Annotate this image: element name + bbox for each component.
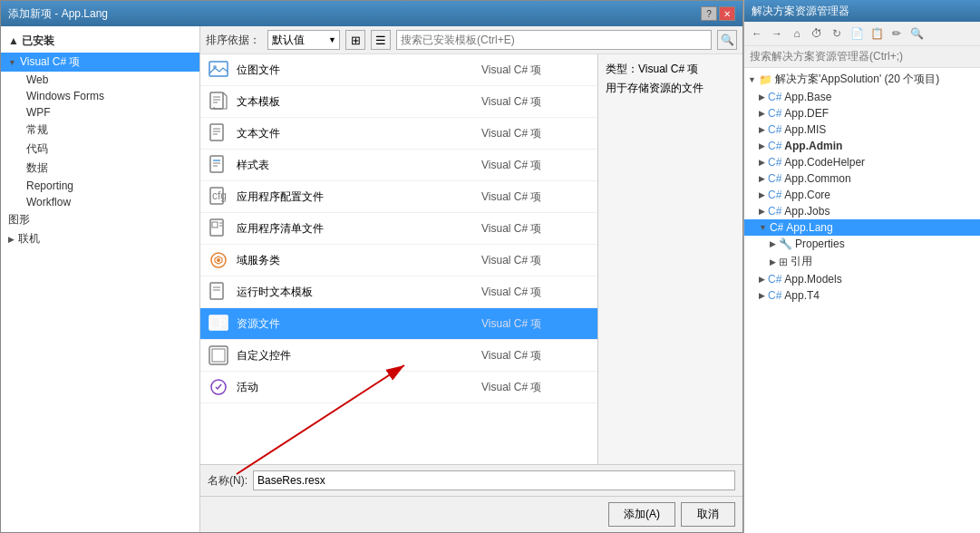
item-icon-bitmap (208, 59, 229, 81)
sol-edit-button[interactable]: ✏ (888, 24, 906, 43)
tree-item-data[interactable]: 数据 (1, 159, 199, 178)
expand-icon: ▶ (759, 207, 765, 216)
item-icon-custom-ctrl (208, 344, 229, 366)
sol-item-app-def[interactable]: ▶ C# App.DEF (744, 105, 980, 121)
sol-item-app-mis[interactable]: ▶ C# App.MIS (744, 121, 980, 138)
search-input[interactable] (396, 30, 712, 50)
sol-item-app-models[interactable]: ▶ C# App.Models (744, 271, 980, 287)
dialog-title: 添加新项 - App.Lang (8, 6, 108, 22)
items-area: 位图文件 Visual C# 项 文本模板 Visual C# 项 (200, 54, 597, 464)
properties-icon: 🔧 (779, 237, 792, 250)
tree-item-changgui[interactable]: 常规 (1, 121, 199, 140)
tree-item-code[interactable]: 代码 (1, 140, 199, 159)
item-name-bitmap: 位图文件 (237, 63, 474, 78)
tree-item-label: 常规 (26, 122, 48, 138)
sol-item-properties[interactable]: ▶ 🔧 Properties (744, 236, 980, 252)
name-input[interactable] (253, 470, 735, 490)
sol-item-label: App.Base (784, 91, 831, 103)
sol-item-label: App.T4 (784, 289, 820, 302)
item-icon-resource (208, 313, 229, 334)
item-row-text-tpl[interactable]: 文本模板 Visual C# 项 (200, 86, 597, 118)
sol-paste-button[interactable]: 📋 (868, 24, 886, 43)
sol-item-app-codehelper[interactable]: ▶ C# App.CodeHelper (744, 154, 980, 170)
expand-arrow-lianji: ▶ (8, 235, 15, 244)
sol-item-app-admin[interactable]: ▶ C# App.Admin (744, 138, 980, 154)
tree-item-reporting[interactable]: Reporting (1, 178, 199, 194)
sol-back-button[interactable]: ← (748, 24, 766, 43)
tree-item-label: 图形 (8, 212, 30, 228)
add-button[interactable]: 添加(A) (608, 502, 675, 527)
tree-item-wpf[interactable]: WPF (1, 104, 199, 121)
sol-item-label: Properties (795, 237, 845, 250)
item-name-text-tpl: 文本模板 (237, 94, 474, 110)
sol-item-app-t4[interactable]: ▶ C# App.T4 (744, 287, 980, 304)
help-button[interactable]: ? (701, 6, 717, 21)
item-name-resource: 资源文件 (237, 316, 474, 332)
item-name-domain-service: 域服务类 (237, 253, 474, 268)
app-def-icon: C# (768, 107, 781, 120)
svg-point-21 (217, 258, 220, 262)
item-icon-text-file (208, 122, 229, 144)
item-icon-activity (208, 376, 229, 398)
sol-item-app-core[interactable]: ▶ C# App.Core (744, 187, 980, 203)
tree-item-web[interactable]: Web (1, 72, 199, 88)
sol-forward-button[interactable]: → (768, 24, 786, 43)
tree-item-workflow[interactable]: Workflow (1, 194, 199, 210)
sol-copy-button[interactable]: 📄 (848, 24, 866, 43)
item-row-custom-ctrl[interactable]: 自定义控件 Visual C# 项 (200, 340, 597, 372)
item-type-domain-service: Visual C# 项 (481, 253, 590, 268)
view-grid-button[interactable]: ⊞ (345, 30, 365, 50)
item-type-activity: Visual C# 项 (481, 380, 590, 395)
tree-item-windows-forms[interactable]: Windows Forms (1, 88, 199, 104)
sol-refresh-button[interactable]: ↻ (828, 24, 846, 43)
item-row-app-manifest[interactable]: 应用程序清单文件 Visual C# 项 (200, 213, 597, 245)
sort-dropdown[interactable]: 默认值 名称 类型 (267, 30, 340, 50)
sol-item-app-common[interactable]: ▶ C# App.Common (744, 170, 980, 187)
name-label: 名称(N): (208, 473, 247, 489)
sol-title-text: 解决方案资源管理器 (752, 4, 849, 19)
item-row-text-file[interactable]: 文本文件 Visual C# 项 (200, 118, 597, 150)
search-button[interactable]: 🔍 (717, 30, 737, 50)
item-row-activity[interactable]: 活动 Visual C# 项 (200, 372, 597, 403)
tree-item-tuxing[interactable]: 图形 (1, 210, 199, 229)
sol-item-app-lang[interactable]: ▼ C# App.Lang (744, 219, 980, 236)
sort-label: 排序依据： (206, 33, 260, 48)
app-admin-icon: C# (768, 140, 781, 152)
view-list-button[interactable]: ☰ (371, 30, 391, 50)
item-row-style-sheet[interactable]: 样式表 Visual C# 项 (200, 150, 597, 181)
svg-rect-22 (210, 283, 223, 299)
sol-item-app-jobs[interactable]: ▶ C# App.Jobs (744, 203, 980, 219)
tree-item-lianji[interactable]: ▶ 联机 (1, 229, 199, 248)
item-row-runtime-tpl[interactable]: 运行时文本模板 Visual C# 项 (200, 276, 597, 308)
svg-rect-29 (212, 349, 225, 362)
item-row-domain-service[interactable]: 域服务类 Visual C# 项 (200, 245, 597, 276)
item-type-text-tpl: Visual C# 项 (481, 94, 590, 110)
expand-arrow: ▼ (8, 58, 16, 67)
sol-time-button[interactable]: ⏱ (808, 24, 826, 43)
item-row-bitmap[interactable]: 位图文件 Visual C# 项 (200, 54, 597, 86)
sol-search-button[interactable]: 🔍 (907, 24, 926, 43)
app-mis-icon: C# (768, 123, 781, 136)
tree-item-label: Workflow (26, 196, 71, 208)
item-type-runtime-tpl: Visual C# 项 (481, 285, 590, 300)
tree-item-label: Web (26, 73, 48, 86)
tree-item-visual-csharp[interactable]: ▼ Visual C# 项 (1, 53, 199, 72)
svg-rect-2 (210, 92, 223, 109)
close-button[interactable]: ✕ (719, 6, 735, 21)
item-icon-app-config: cfg (208, 186, 229, 208)
expand-icon: ▶ (759, 174, 765, 183)
item-row-app-config[interactable]: cfg 应用程序配置文件 Visual C# 项 (200, 181, 597, 213)
item-type-style-sheet: Visual C# 项 (481, 158, 590, 173)
tree-item-label: Reporting (26, 179, 73, 192)
sol-item-references[interactable]: ▶ ⊞ 引用 (744, 252, 980, 271)
sol-home-button[interactable]: ⌂ (788, 24, 806, 43)
cancel-button[interactable]: 取消 (681, 502, 735, 527)
sol-item-app-base[interactable]: ▶ C# App.Base (744, 89, 980, 105)
sol-item-solution[interactable]: ▼ 📁 解决方案'AppSolution' (20 个项目) (744, 70, 980, 89)
expand-icon: ▶ (759, 291, 765, 300)
item-type-bitmap: Visual C# 项 (481, 63, 590, 78)
sol-item-label: 引用 (791, 254, 812, 269)
dialog-body: ▲ 已安装 ▼ Visual C# 项 Web Windows Forms WP… (1, 26, 742, 532)
sol-item-label: App.Common (784, 172, 850, 185)
item-row-resource[interactable]: 资源文件 Visual C# 项 (200, 308, 597, 340)
